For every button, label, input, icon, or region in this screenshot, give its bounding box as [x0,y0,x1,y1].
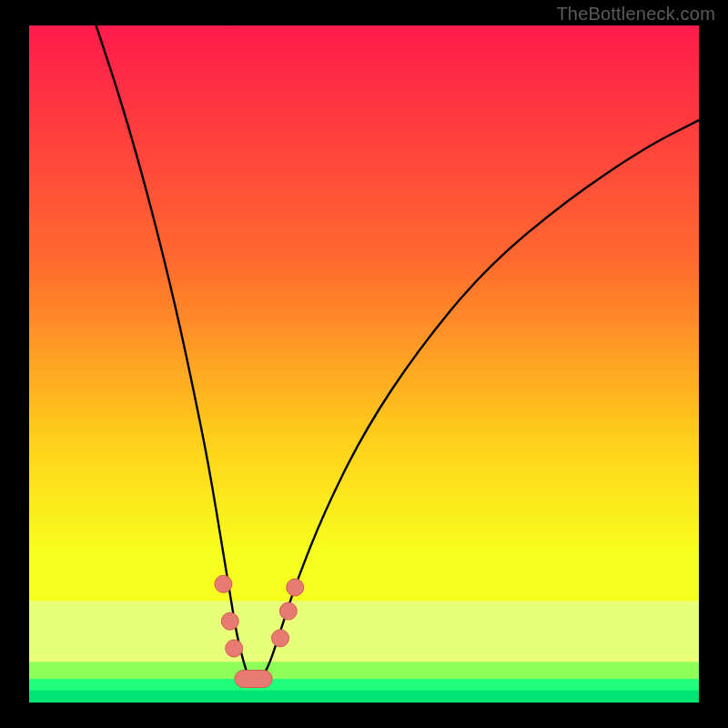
curve-marker [215,575,232,592]
curve-marker-pill [235,670,272,687]
bottleneck-chart [0,0,728,728]
curve-marker [287,579,304,596]
curve-marker [272,630,289,647]
curve-marker [221,612,238,630]
svg-rect-3 [29,691,699,703]
curve-marker [279,602,297,620]
curve-marker [226,640,243,657]
bottom-color-bands [29,601,699,703]
chart-stage: TheBottleneck.com [0,0,728,728]
watermark-text: TheBottleneck.com [556,4,715,25]
